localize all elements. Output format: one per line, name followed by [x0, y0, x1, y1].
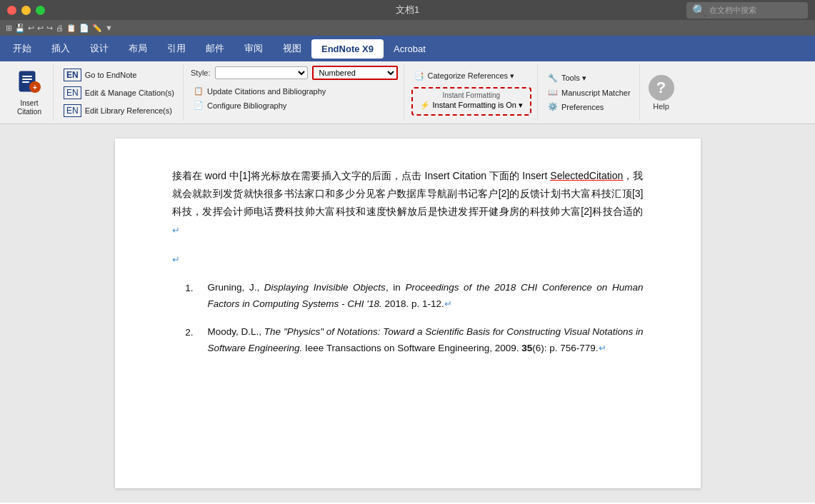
menu-references[interactable]: 引用	[157, 38, 196, 59]
search-icon: 🔍	[692, 4, 706, 17]
search-input[interactable]	[709, 6, 802, 14]
ref-content-1: Gruning, J., Displaying Invisible Object…	[208, 280, 644, 313]
update-icon: 📋	[194, 86, 204, 96]
preferences-button[interactable]: ⚙️ Preferences	[545, 101, 606, 113]
doc-icon[interactable]: 📄	[79, 24, 89, 33]
tools-label: Tools ▾	[561, 74, 586, 83]
configure-bibliography-button[interactable]: 📄 Configure Bibliography	[191, 99, 398, 111]
edit-library-icon: EN	[64, 104, 81, 117]
help-group: ? Help	[641, 64, 681, 121]
menu-start[interactable]: 开始	[3, 38, 41, 59]
svg-rect-3	[22, 81, 29, 83]
redo-icon[interactable]: ↪	[46, 24, 53, 33]
edit-library-button[interactable]: EN Edit Library Reference(s)	[61, 103, 175, 119]
home-icon[interactable]: ⊞	[6, 24, 12, 33]
menu-mailings[interactable]: 邮件	[196, 38, 234, 59]
insert-citation-button[interactable]: + InsertCitation	[11, 66, 47, 119]
menu-design[interactable]: 设计	[80, 38, 119, 59]
main-text-block: 接着在 word 中[1]将光标放在需要插入文字的后面，点击 Insert Ci…	[172, 167, 644, 239]
style-select-empty[interactable]	[215, 66, 308, 79]
menu-review[interactable]: 审阅	[234, 38, 273, 59]
menu-insert[interactable]: 插入	[41, 38, 80, 59]
insert-citation-group: + InsertCitation	[6, 64, 54, 121]
edit-manage-label: Edit & Manage Citation(s)	[85, 89, 174, 97]
categorize-icon: 📑	[414, 71, 424, 81]
undo-icon[interactable]: ↩	[28, 24, 34, 33]
instant-on-icon: ⚡	[420, 101, 430, 110]
tools-icon: 🔧	[548, 74, 558, 83]
menu-bar: 开始 插入 设计 布局 引用 邮件 审阅 视图 EndNote X9 Acrob…	[0, 36, 815, 61]
categorize-references-button[interactable]: 📑 Categorize References ▾	[411, 70, 531, 82]
more-icon[interactable]: ▼	[105, 24, 113, 32]
svg-text:+: +	[33, 84, 37, 91]
return-arrow-1: ↵	[172, 225, 180, 236]
reference-list: 1. Gruning, J., Displaying Invisible Obj…	[172, 280, 644, 357]
table-row: 1. Gruning, J., Displaying Invisible Obj…	[172, 280, 644, 313]
toolbar-icons-row: ⊞ 💾 ↩ ↩ ↪ 🖨 📋 📄 ✏️ ▼	[0, 20, 815, 36]
menu-acrobat[interactable]: Acrobat	[384, 39, 436, 59]
document-title: 文档1	[396, 4, 419, 16]
search-bar[interactable]: 🔍	[686, 2, 808, 19]
categorize-label: Categorize References ▾	[428, 71, 515, 81]
window-controls	[7, 6, 45, 15]
edit-icon[interactable]: ✏️	[92, 24, 102, 33]
style-select-numbered[interactable]: Numbered	[312, 66, 398, 80]
update-citations-button[interactable]: 📋 Update Citations and Bibliography	[191, 85, 398, 97]
preferences-icon: ⚙️	[548, 102, 558, 111]
update-label: Update Citations and Bibliography	[207, 87, 326, 96]
title-bar: 文档1 🔍	[0, 0, 815, 20]
edit-manage-button[interactable]: EN Edit & Manage Citation(s)	[61, 85, 177, 101]
ref-num-2: 2.	[172, 324, 194, 357]
configure-icon: 📄	[194, 101, 204, 110]
edit-manage-icon: EN	[64, 86, 81, 99]
insert-citation-label: InsertCitation	[17, 99, 41, 116]
undo2-icon[interactable]: ↩	[37, 24, 44, 33]
instant-formatting-title: Instant Formatting	[417, 91, 526, 99]
instant-formatting-group: 📑 Categorize References ▾ Instant Format…	[406, 64, 538, 121]
svg-rect-2	[22, 79, 32, 80]
clip-icon[interactable]: 📋	[66, 24, 76, 33]
save-icon[interactable]: 💾	[15, 24, 25, 33]
style-group: Style: Numbered 📋 Update Citations and B…	[185, 64, 404, 121]
preferences-label: Preferences	[561, 103, 604, 111]
tools-group: 🔧 Tools ▾ 📖 Manuscript Matcher ⚙️ Prefer…	[539, 64, 640, 121]
instant-formatting-on-button[interactable]: ⚡ Instant Formatting is On ▾	[417, 99, 526, 111]
manuscript-icon: 📖	[548, 88, 558, 97]
print-icon[interactable]: 🖨	[56, 24, 64, 32]
configure-label: Configure Bibliography	[207, 101, 286, 110]
ref-num-1: 1.	[172, 280, 194, 313]
go-to-endnote-button[interactable]: EN Go to EndNote	[61, 67, 139, 83]
tools-button[interactable]: 🔧 Tools ▾	[545, 72, 589, 84]
ref-content-2: Moody, D.L., The "Physics" of Notations:…	[208, 324, 644, 357]
go-to-endnote-label: Go to EndNote	[85, 71, 137, 79]
manuscript-label: Manuscript Matcher	[561, 89, 631, 97]
edit-library-label: Edit Library Reference(s)	[85, 106, 172, 115]
endnote-buttons-group: EN Go to EndNote EN Edit & Manage Citati…	[55, 64, 184, 121]
close-button[interactable]	[7, 6, 16, 15]
maximize-button[interactable]	[36, 6, 45, 15]
help-button[interactable]: ?	[649, 75, 674, 101]
underline-text: SelectedCitation	[550, 170, 623, 181]
table-row: 2. Moody, D.L., The "Physics" of Notatio…	[172, 324, 644, 357]
return-arrow-2: ↵	[172, 254, 180, 265]
menu-layout[interactable]: 布局	[119, 38, 157, 59]
go-to-endnote-icon: EN	[64, 69, 81, 81]
insert-citation-icon: +	[16, 69, 42, 98]
menu-endnote[interactable]: EndNote X9	[311, 39, 384, 59]
manuscript-matcher-button[interactable]: 📖 Manuscript Matcher	[545, 86, 634, 99]
document-area: 接着在 word 中[1]将光标放在需要插入文字的后面，点击 Insert Ci…	[0, 124, 815, 503]
minimize-button[interactable]	[21, 6, 31, 15]
help-label: Help	[653, 102, 669, 111]
ribbon: + InsertCitation EN Go to EndNote EN Edi…	[0, 61, 815, 124]
svg-rect-1	[22, 76, 32, 77]
document-page: 接着在 word 中[1]将光标放在需要插入文字的后面，点击 Insert Ci…	[115, 138, 701, 488]
style-label: Style:	[191, 69, 211, 77]
instant-on-label: Instant Formatting is On ▾	[433, 101, 523, 110]
menu-view[interactable]: 视图	[273, 38, 311, 59]
